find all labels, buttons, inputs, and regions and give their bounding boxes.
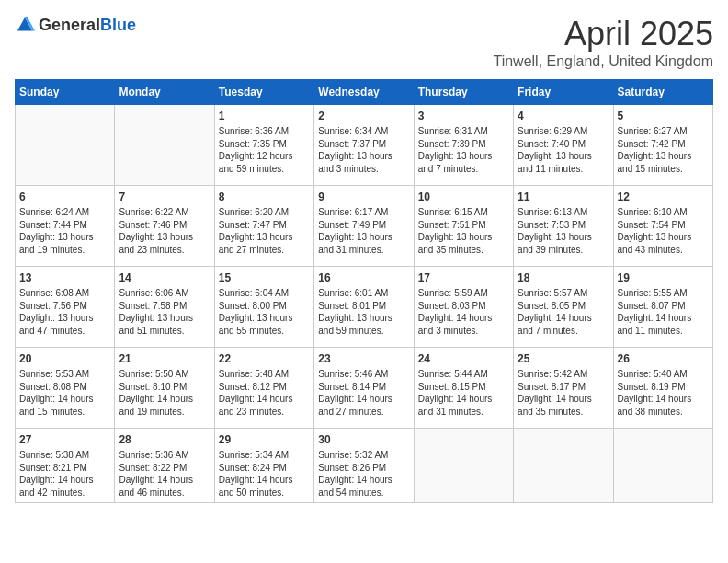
weekday-header: Tuesday	[214, 80, 313, 105]
calendar-cell	[514, 429, 613, 503]
day-info: Sunrise: 6:08 AMSunset: 7:56 PMDaylight:…	[19, 287, 110, 337]
calendar-cell: 12Sunrise: 6:10 AMSunset: 7:54 PMDayligh…	[613, 186, 712, 267]
day-info: Sunrise: 5:42 AMSunset: 8:17 PMDaylight:…	[518, 368, 609, 418]
day-number: 6	[19, 190, 110, 204]
day-info: Sunrise: 6:22 AMSunset: 7:46 PMDaylight:…	[119, 206, 210, 256]
location-subtitle: Tinwell, England, United Kingdom	[493, 53, 713, 70]
day-info: Sunrise: 5:57 AMSunset: 8:05 PMDaylight:…	[518, 287, 609, 337]
day-number: 16	[318, 270, 409, 285]
calendar-header-row: SundayMondayTuesdayWednesdayThursdayFrid…	[16, 80, 713, 105]
weekday-header: Sunday	[16, 80, 115, 105]
day-info: Sunrise: 6:20 AMSunset: 7:47 PMDaylight:…	[219, 206, 310, 256]
day-number: 20	[19, 351, 110, 366]
day-number: 1	[219, 109, 310, 123]
month-year-title: April 2025	[493, 15, 713, 53]
day-number: 12	[618, 190, 709, 204]
logo-general-text: GeneralBlue	[39, 17, 136, 34]
day-info: Sunrise: 6:10 AMSunset: 7:54 PMDaylight:…	[618, 206, 709, 256]
day-number: 17	[418, 270, 509, 285]
logo: GeneralBlue	[15, 15, 136, 35]
weekday-header: Friday	[514, 80, 613, 105]
calendar-cell: 3Sunrise: 6:31 AMSunset: 7:39 PMDaylight…	[414, 105, 513, 186]
calendar-week-row: 13Sunrise: 6:08 AMSunset: 7:56 PMDayligh…	[16, 267, 713, 348]
calendar-cell: 27Sunrise: 5:38 AMSunset: 8:21 PMDayligh…	[16, 429, 115, 503]
day-info: Sunrise: 5:55 AMSunset: 8:07 PMDaylight:…	[618, 287, 709, 337]
day-number: 24	[418, 351, 509, 366]
calendar-cell	[613, 429, 712, 503]
calendar-cell: 2Sunrise: 6:34 AMSunset: 7:37 PMDaylight…	[314, 105, 414, 186]
weekday-header: Thursday	[414, 80, 513, 105]
day-info: Sunrise: 5:50 AMSunset: 8:10 PMDaylight:…	[119, 368, 210, 418]
calendar-cell: 14Sunrise: 6:06 AMSunset: 7:58 PMDayligh…	[115, 267, 214, 348]
day-info: Sunrise: 5:46 AMSunset: 8:14 PMDaylight:…	[318, 368, 409, 418]
day-info: Sunrise: 5:40 AMSunset: 8:19 PMDaylight:…	[618, 368, 709, 418]
weekday-header: Saturday	[613, 80, 712, 105]
calendar-cell	[414, 429, 513, 503]
day-info: Sunrise: 5:59 AMSunset: 8:03 PMDaylight:…	[418, 287, 509, 337]
calendar-cell	[16, 105, 115, 186]
day-number: 10	[418, 190, 509, 204]
day-number: 30	[318, 432, 409, 447]
day-info: Sunrise: 6:27 AMSunset: 7:42 PMDaylight:…	[618, 125, 709, 175]
day-info: Sunrise: 5:53 AMSunset: 8:08 PMDaylight:…	[19, 368, 110, 418]
day-number: 25	[518, 351, 609, 366]
day-info: Sunrise: 5:34 AMSunset: 8:24 PMDaylight:…	[219, 449, 310, 499]
calendar-cell: 23Sunrise: 5:46 AMSunset: 8:14 PMDayligh…	[314, 348, 414, 429]
calendar-cell: 17Sunrise: 5:59 AMSunset: 8:03 PMDayligh…	[414, 267, 513, 348]
day-info: Sunrise: 6:06 AMSunset: 7:58 PMDaylight:…	[119, 287, 210, 337]
day-number: 9	[318, 190, 409, 204]
day-number: 2	[318, 109, 409, 123]
calendar-cell: 26Sunrise: 5:40 AMSunset: 8:19 PMDayligh…	[613, 348, 712, 429]
calendar-cell: 6Sunrise: 6:24 AMSunset: 7:44 PMDaylight…	[16, 186, 115, 267]
page-header: GeneralBlue April 2025 Tinwell, England,…	[15, 15, 713, 70]
day-number: 14	[119, 270, 210, 285]
calendar-cell: 22Sunrise: 5:48 AMSunset: 8:12 PMDayligh…	[214, 348, 313, 429]
day-info: Sunrise: 6:24 AMSunset: 7:44 PMDaylight:…	[19, 206, 110, 256]
day-info: Sunrise: 6:01 AMSunset: 8:01 PMDaylight:…	[318, 287, 409, 337]
day-number: 28	[119, 432, 210, 447]
day-info: Sunrise: 6:04 AMSunset: 8:00 PMDaylight:…	[219, 287, 310, 337]
day-number: 26	[618, 351, 709, 366]
calendar-cell: 9Sunrise: 6:17 AMSunset: 7:49 PMDaylight…	[314, 186, 414, 267]
calendar-cell: 28Sunrise: 5:36 AMSunset: 8:22 PMDayligh…	[115, 429, 214, 503]
calendar-cell: 19Sunrise: 5:55 AMSunset: 8:07 PMDayligh…	[613, 267, 712, 348]
calendar-table: SundayMondayTuesdayWednesdayThursdayFrid…	[15, 79, 713, 503]
day-number: 11	[518, 190, 609, 204]
calendar-cell: 7Sunrise: 6:22 AMSunset: 7:46 PMDaylight…	[115, 186, 214, 267]
calendar-cell: 24Sunrise: 5:44 AMSunset: 8:15 PMDayligh…	[414, 348, 513, 429]
weekday-header: Wednesday	[314, 80, 414, 105]
calendar-cell: 30Sunrise: 5:32 AMSunset: 8:26 PMDayligh…	[314, 429, 414, 503]
day-info: Sunrise: 5:36 AMSunset: 8:22 PMDaylight:…	[119, 449, 210, 499]
day-number: 7	[119, 190, 210, 204]
day-info: Sunrise: 5:48 AMSunset: 8:12 PMDaylight:…	[219, 368, 310, 418]
day-info: Sunrise: 6:15 AMSunset: 7:51 PMDaylight:…	[418, 206, 509, 256]
calendar-cell: 25Sunrise: 5:42 AMSunset: 8:17 PMDayligh…	[514, 348, 613, 429]
calendar-cell: 1Sunrise: 6:36 AMSunset: 7:35 PMDaylight…	[214, 105, 313, 186]
day-info: Sunrise: 6:31 AMSunset: 7:39 PMDaylight:…	[418, 125, 509, 175]
day-number: 23	[318, 351, 409, 366]
calendar-week-row: 20Sunrise: 5:53 AMSunset: 8:08 PMDayligh…	[16, 348, 713, 429]
day-number: 29	[219, 432, 310, 447]
calendar-week-row: 6Sunrise: 6:24 AMSunset: 7:44 PMDaylight…	[16, 186, 713, 267]
day-info: Sunrise: 5:44 AMSunset: 8:15 PMDaylight:…	[418, 368, 509, 418]
day-number: 18	[518, 270, 609, 285]
day-info: Sunrise: 6:34 AMSunset: 7:37 PMDaylight:…	[318, 125, 409, 175]
title-area: April 2025 Tinwell, England, United King…	[493, 15, 713, 70]
calendar-cell: 18Sunrise: 5:57 AMSunset: 8:05 PMDayligh…	[514, 267, 613, 348]
day-info: Sunrise: 6:36 AMSunset: 7:35 PMDaylight:…	[219, 125, 310, 175]
day-number: 13	[19, 270, 110, 285]
calendar-cell: 5Sunrise: 6:27 AMSunset: 7:42 PMDaylight…	[613, 105, 712, 186]
calendar-cell: 4Sunrise: 6:29 AMSunset: 7:40 PMDaylight…	[514, 105, 613, 186]
day-number: 22	[219, 351, 310, 366]
calendar-cell: 20Sunrise: 5:53 AMSunset: 8:08 PMDayligh…	[16, 348, 115, 429]
day-info: Sunrise: 6:13 AMSunset: 7:53 PMDaylight:…	[518, 206, 609, 256]
calendar-cell: 15Sunrise: 6:04 AMSunset: 8:00 PMDayligh…	[214, 267, 313, 348]
calendar-week-row: 1Sunrise: 6:36 AMSunset: 7:35 PMDaylight…	[16, 105, 713, 186]
calendar-cell: 16Sunrise: 6:01 AMSunset: 8:01 PMDayligh…	[314, 267, 414, 348]
calendar-cell: 8Sunrise: 6:20 AMSunset: 7:47 PMDaylight…	[214, 186, 313, 267]
calendar-cell: 21Sunrise: 5:50 AMSunset: 8:10 PMDayligh…	[115, 348, 214, 429]
day-info: Sunrise: 6:29 AMSunset: 7:40 PMDaylight:…	[518, 125, 609, 175]
day-number: 8	[219, 190, 310, 204]
day-info: Sunrise: 5:32 AMSunset: 8:26 PMDaylight:…	[318, 449, 409, 499]
calendar-cell	[115, 105, 214, 186]
